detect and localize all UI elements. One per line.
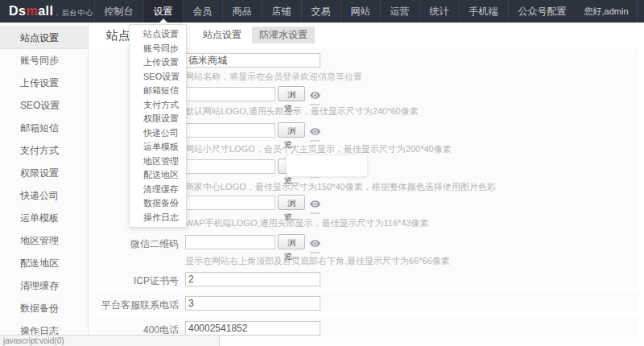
page: Dsmall. 后台中心 控制台设置会员商品店铺交易网站运营统计手机端公众号配置…	[0, 0, 644, 346]
tab-1[interactable]: 站点设置	[196, 27, 249, 43]
eye-underline	[310, 212, 320, 214]
dropdown-item-4[interactable]: SEO设置	[130, 70, 186, 84]
sidebar-item-4[interactable]: SEO设置	[0, 94, 88, 117]
dropdown-item-8[interactable]: 快递公司	[130, 126, 186, 141]
dropdown-item-6[interactable]: 支付方式	[130, 98, 186, 113]
logo-accent-letter: m	[26, 4, 38, 18]
dropdown-item-13[interactable]: 数据备份	[130, 196, 186, 211]
dropdown-item-10[interactable]: 地区管理	[130, 154, 186, 169]
dropdown-item-5[interactable]: 邮箱短信	[130, 84, 186, 98]
sidebar-item-13[interactable]: 数据备份	[0, 297, 88, 319]
field-input-1[interactable]	[185, 53, 320, 68]
tabs: 站点设置防灌水设置	[196, 27, 315, 43]
status-bubble: javascript:void(0)	[0, 335, 220, 346]
nav-item-4[interactable]: 商品	[222, 0, 262, 23]
preview-eye-icon-5[interactable]	[308, 196, 322, 214]
user-link-2[interactable]: 修改密码	[637, 0, 644, 23]
sidebar-item-1[interactable]: 站点设置	[0, 27, 88, 49]
browse-button-3[interactable]: 浏览...	[278, 122, 305, 138]
nav-item-11[interactable]: 公众号配置	[508, 0, 576, 23]
field-help-6: 显示在网站右上角顶部及首页底部右下角,最佳显示尺寸为66*66像素	[185, 255, 450, 267]
preview-eye-icon-3[interactable]	[308, 124, 322, 142]
browse-button-5[interactable]: 浏览...	[278, 195, 305, 210]
field-input-6[interactable]	[185, 235, 275, 249]
field-help-3: 网站小尺寸LOGO，会员个人主页显示，最佳显示尺寸为200*40像素	[185, 143, 452, 155]
field-label-7: ICP证书号	[97, 274, 179, 288]
dropdown-item-7[interactable]: 权限设置	[130, 112, 186, 126]
sidebar-item-2[interactable]: 账号同步	[0, 49, 88, 72]
status-text: javascript:void(0)	[3, 336, 64, 345]
logo-text: Ds	[9, 4, 26, 18]
nav-item-3[interactable]: 会员	[183, 0, 222, 23]
preview-eye-icon-6[interactable]	[308, 236, 322, 253]
active-nav-caret-icon	[159, 19, 167, 23]
field-input-2[interactable]	[185, 87, 275, 101]
dropdown-item-9[interactable]: 运单模板	[130, 140, 186, 154]
field-help-2: 默认网站LOGO,通用头部显示，最佳显示尺寸为240*60像素	[185, 105, 419, 117]
nav-item-10[interactable]: 手机端	[459, 0, 508, 23]
top-nav: 控制台设置会员商品店铺交易网站运营统计手机端公众号配置	[94, 0, 576, 23]
topbar-user-links: 您好,admin修改密码安全退出访问首页	[576, 0, 644, 23]
preview-popup	[286, 154, 368, 177]
sidebar-item-3[interactable]: 上传设置	[0, 72, 88, 94]
dropdown-item-14[interactable]: 操作日志	[130, 211, 186, 225]
sidebar-item-12[interactable]: 清理缓存	[0, 274, 88, 297]
logo-text-2: all	[38, 4, 53, 18]
field-help-5: WAP手机端LOGO,通用头部显示，最佳显示尺寸为116*43像素	[185, 217, 429, 229]
sidebar-item-7[interactable]: 权限设置	[0, 162, 88, 184]
preview-eye-icon-2[interactable]	[308, 88, 322, 105]
field-input-3[interactable]	[185, 123, 275, 138]
field-input-8[interactable]	[185, 296, 320, 311]
field-help-1: 网站名称，将显示在会员登录欢迎信息等位置	[185, 71, 362, 83]
user-link-1[interactable]: 您好,admin	[576, 0, 637, 23]
field-input-5[interactable]	[185, 196, 275, 210]
logo[interactable]: Dsmall. 后台中心	[0, 4, 94, 19]
sidebar-item-5[interactable]: 邮箱短信	[0, 117, 88, 139]
nav-item-2[interactable]: 设置	[143, 0, 183, 23]
nav-item-5[interactable]: 店铺	[262, 0, 301, 23]
nav-item-1[interactable]: 控制台	[94, 0, 143, 23]
tab-2[interactable]: 防灌水设置	[252, 27, 315, 43]
sidebar-item-9[interactable]: 运单模板	[0, 207, 88, 229]
sidebar-item-8[interactable]: 快递公司	[0, 184, 88, 207]
settings-dropdown-menu: 站点设置账号同步上传设置SEO设置邮箱短信支付方式权限设置快递公司运单模板地区管…	[129, 24, 187, 228]
nav-item-7[interactable]: 网站	[341, 0, 380, 23]
dropdown-item-2[interactable]: 账号同步	[130, 42, 186, 56]
sidebar-item-10[interactable]: 地区管理	[0, 229, 88, 252]
topbar: Dsmall. 后台中心 控制台设置会员商品店铺交易网站运营统计手机端公众号配置…	[0, 0, 644, 23]
sidebar: 站点设置账号同步上传设置SEO设置邮箱短信支付方式权限设置快递公司运单模板地区管…	[0, 23, 89, 346]
browse-button-2[interactable]: 浏览...	[278, 86, 305, 101]
eye-underline	[310, 140, 320, 142]
field-input-7[interactable]	[185, 272, 320, 286]
field-label-6: 微信二维码	[97, 237, 179, 251]
logo-suffix: . 后台中心	[56, 9, 93, 17]
field-help-4: 商家中心LOGO，最佳显示尺寸为150*40像素，根据整体颜色选择使用图片色彩	[185, 181, 496, 193]
sidebar-item-11[interactable]: 配送地区	[0, 252, 88, 274]
nav-item-6[interactable]: 交易	[301, 0, 341, 23]
nav-item-9[interactable]: 统计	[419, 0, 459, 23]
sidebar-item-6[interactable]: 支付方式	[0, 139, 88, 162]
dropdown-item-3[interactable]: 上传设置	[130, 56, 186, 70]
dropdown-item-11[interactable]: 配送地区	[130, 168, 186, 183]
dropdown-item-12[interactable]: 清理缓存	[130, 183, 186, 197]
nav-item-8[interactable]: 运营	[380, 0, 419, 23]
browse-button-6[interactable]: 浏览...	[278, 234, 305, 249]
dropdown-item-1[interactable]: 站点设置	[130, 27, 186, 42]
field-input-9[interactable]	[185, 321, 320, 336]
eye-underline	[310, 252, 320, 253]
field-input-4[interactable]	[185, 159, 275, 174]
field-label-8: 平台客服联系电话	[97, 299, 179, 312]
